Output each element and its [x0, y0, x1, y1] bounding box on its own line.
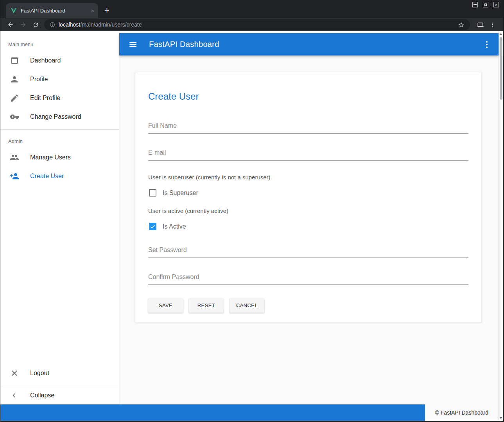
tab-strip: FastAPI Dashboard × + × — [0, 0, 503, 18]
app-footer: © FastAPI Dashboard — [0, 404, 499, 421]
sidebar-spacer — [0, 186, 119, 364]
form-buttons: SAVE RESET CANCEL — [148, 298, 468, 313]
dashboard-icon — [10, 56, 19, 65]
sidebar-collapse-button[interactable]: Collapse — [0, 386, 119, 404]
active-hint: User is active (currently active) — [148, 207, 468, 214]
minimize-button[interactable] — [472, 2, 478, 7]
key-icon — [10, 112, 19, 122]
card-title: Create User — [148, 91, 468, 102]
check-icon — [150, 224, 156, 229]
new-tab-button[interactable]: + — [104, 6, 109, 15]
cancel-button[interactable]: CANCEL — [230, 298, 264, 313]
person-add-icon — [10, 172, 19, 181]
tab-close-button[interactable]: × — [91, 8, 94, 14]
sidebar-item-label: Create User — [30, 173, 64, 180]
reset-button[interactable]: RESET — [189, 298, 224, 313]
bookmark-star-icon[interactable] — [458, 21, 465, 28]
sidebar-item-change-password[interactable]: Change Password — [0, 107, 119, 126]
chevron-left-icon — [10, 391, 18, 400]
sidebar: Main menu Dashboard Profile Edit Profile — [0, 31, 119, 404]
scroll-down-arrow[interactable] — [499, 417, 502, 419]
superuser-hint: User is superuser (currently is not a su… — [148, 174, 468, 181]
url-host: localhost — [59, 21, 80, 28]
confirm-password-input[interactable] — [148, 271, 468, 285]
browser-chrome: FastAPI Dashboard × + × — [0, 0, 503, 31]
page-body: Main menu Dashboard Profile Edit Profile — [0, 31, 503, 421]
email-input[interactable] — [148, 147, 468, 161]
install-app-button[interactable] — [474, 21, 486, 28]
forward-button[interactable] — [17, 21, 29, 28]
sidebar-item-manage-users[interactable]: Manage Users — [0, 148, 119, 167]
install-app-icon — [477, 21, 484, 28]
site-info-icon[interactable] — [50, 22, 55, 27]
window-controls: × — [472, 2, 499, 7]
sidebar-item-logout[interactable]: Logout — [0, 364, 119, 383]
is-active-label: Is Active — [163, 223, 186, 230]
close-icon: × — [495, 3, 497, 7]
browser-window: FastAPI Dashboard × + × — [0, 0, 504, 422]
main-content-area: FastAPI Dashboard Create User User is su… — [119, 31, 499, 404]
sidebar-section-admin: Admin — [0, 133, 119, 148]
scrollbar-thumb[interactable] — [500, 37, 502, 100]
maximize-button[interactable] — [483, 2, 488, 7]
is-active-row: Is Active — [149, 223, 468, 230]
sidebar-item-edit-profile[interactable]: Edit Profile — [0, 89, 119, 107]
sidebar-item-label: Change Password — [30, 113, 81, 120]
sidebar-item-create-user[interactable]: Create User — [0, 167, 119, 186]
is-active-checkbox[interactable] — [149, 223, 156, 230]
back-button[interactable] — [4, 21, 17, 28]
page-scroll-area: Create User User is superuser (currently… — [119, 55, 499, 404]
sidebar-section-main-menu: Main menu — [0, 36, 119, 51]
create-user-card: Create User User is superuser (currently… — [135, 72, 482, 323]
copyright-text: © FastAPI Dashboard — [435, 409, 488, 416]
url-path: /main/admin/users/create — [80, 21, 142, 28]
forward-arrow-icon — [20, 21, 27, 28]
sidebar-item-label: Dashboard — [30, 57, 61, 64]
is-superuser-label: Is Superuser — [163, 190, 198, 197]
pencil-icon — [10, 93, 19, 103]
full-name-input[interactable] — [148, 120, 468, 134]
minimize-icon — [474, 4, 477, 5]
sidebar-item-profile[interactable]: Profile — [0, 70, 119, 89]
set-password-input[interactable] — [148, 244, 468, 258]
appbar-menu-button[interactable] — [484, 39, 489, 50]
browser-menu-button[interactable] — [486, 21, 499, 28]
sidebar-item-label: Edit Profile — [30, 95, 60, 102]
browser-toolbar: localhost/main/admin/users/create — [0, 18, 503, 31]
scroll-up-arrow[interactable] — [499, 33, 502, 35]
footer-panel: © FastAPI Dashboard — [425, 404, 499, 421]
people-icon — [10, 153, 19, 162]
sidebar-item-label: Logout — [30, 370, 49, 377]
sidebar-divider — [0, 129, 119, 130]
vue-favicon — [11, 8, 17, 14]
sidebar-item-label: Profile — [30, 76, 48, 83]
close-x-icon — [10, 368, 19, 378]
person-icon — [10, 75, 19, 84]
app-title: FastAPI Dashboard — [149, 40, 219, 49]
sidebar-item-dashboard[interactable]: Dashboard — [0, 51, 119, 70]
tab-title: FastAPI Dashboard — [21, 8, 91, 14]
refresh-button[interactable] — [29, 21, 42, 28]
sidebar-item-label: Manage Users — [30, 154, 71, 161]
sidebar-item-label: Collapse — [30, 392, 54, 399]
save-button[interactable]: SAVE — [148, 298, 183, 313]
kebab-menu-icon — [490, 21, 496, 28]
back-arrow-icon — [7, 21, 14, 28]
refresh-icon — [32, 21, 39, 28]
app-bar: FastAPI Dashboard — [119, 33, 499, 55]
address-bar[interactable]: localhost/main/admin/users/create — [44, 19, 470, 30]
hamburger-menu-button[interactable] — [129, 41, 137, 48]
is-superuser-checkbox[interactable] — [149, 189, 156, 197]
page-scrollbar[interactable] — [499, 31, 503, 421]
maximize-icon — [484, 4, 487, 6]
close-window-button[interactable]: × — [493, 2, 499, 7]
browser-tab[interactable]: FastAPI Dashboard × — [6, 3, 98, 18]
is-superuser-row: Is Superuser — [149, 189, 468, 197]
